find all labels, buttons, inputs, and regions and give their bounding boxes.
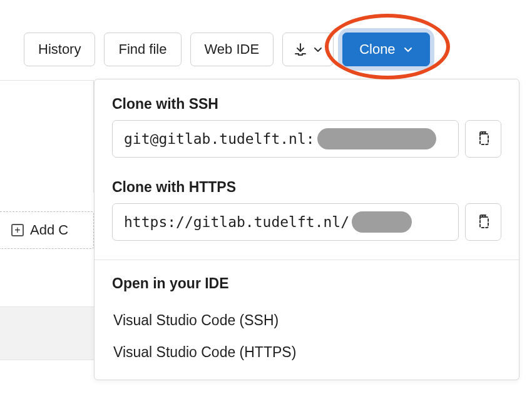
add-changelog-placeholder[interactable]: + Add C [0,211,94,249]
add-label: Add C [30,222,68,238]
chevron-down-icon [313,44,323,54]
redacted-segment [317,128,436,149]
copy-https-button[interactable] [465,203,501,241]
clipboard-icon [476,130,491,148]
clipboard-icon [476,213,491,231]
clone-button-highlight: Clone [342,33,429,66]
history-label: History [38,41,81,58]
ssh-url-text: git@gitlab.tudelft.nl: [124,131,315,147]
https-url-input[interactable]: https://gitlab.tudelft.nl/ [112,203,459,241]
ide-item-vscode-ssh[interactable]: Visual Studio Code (SSH) [112,305,501,336]
clone-https-label: Clone with HTTPS [112,179,501,196]
download-icon [293,42,308,57]
svg-rect-0 [480,134,488,144]
clone-button[interactable]: Clone [342,33,429,66]
history-button[interactable]: History [24,33,95,66]
ide-item-vscode-https[interactable]: Visual Studio Code (HTTPS) [112,336,501,368]
clone-label: Clone [359,41,395,58]
chevron-down-icon [403,44,413,54]
clone-ssh-label: Clone with SSH [112,96,501,113]
https-url-text: https://gitlab.tudelft.nl/ [124,214,349,230]
web-ide-label: Web IDE [205,41,260,58]
download-button[interactable] [282,33,334,66]
find-file-label: Find file [118,41,166,58]
repo-toolbar: History Find file Web IDE Clone [0,0,532,66]
copy-ssh-button[interactable] [465,120,501,158]
open-in-ide-title: Open in your IDE [112,275,501,292]
find-file-button[interactable]: Find file [104,33,181,66]
web-ide-button[interactable]: Web IDE [190,33,274,66]
redacted-segment [352,211,412,233]
svg-rect-1 [480,217,488,228]
ssh-url-input[interactable]: git@gitlab.tudelft.nl: [112,120,459,158]
plus-icon: + [11,224,24,236]
clone-dropdown: Clone with SSH git@gitlab.tudelft.nl: Cl… [94,79,519,380]
